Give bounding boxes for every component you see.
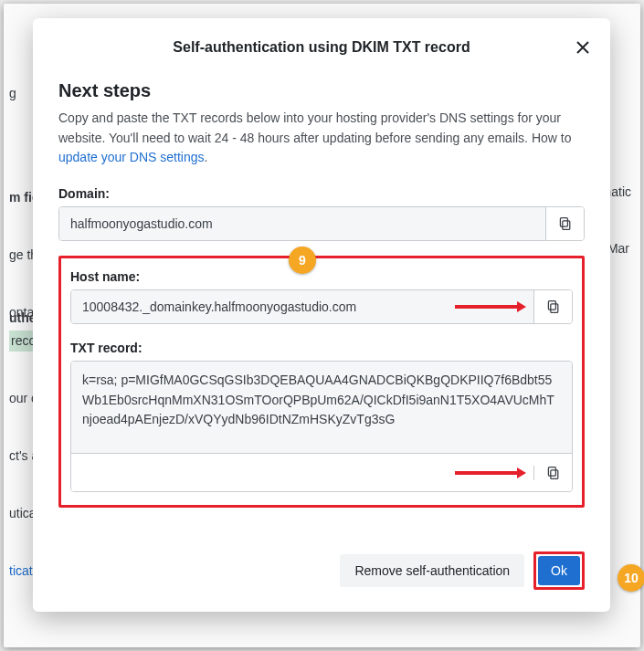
copy-icon [546, 299, 561, 314]
svg-rect-9 [548, 467, 555, 476]
modal-footer: Remove self-authentication Ok [33, 537, 610, 612]
modal-header: Self-authentication using DKIM TXT recor… [33, 18, 610, 77]
dns-settings-link[interactable]: update your DNS settings [58, 150, 205, 164]
arrow-annotation [455, 300, 526, 313]
ok-highlight: Ok [533, 551, 585, 590]
host-label: Host name: [70, 269, 573, 284]
svg-marker-7 [517, 467, 526, 478]
copy-txt-button[interactable] [533, 466, 572, 480]
copy-icon [546, 466, 561, 480]
copy-icon [558, 216, 573, 231]
intro-part2: . [205, 150, 208, 164]
txt-record-wrapper: k=rsa; p=MIGfMA0GCSqGSIb3DQEBAQUAA4GNADC… [70, 361, 573, 492]
copy-host-button[interactable] [533, 290, 572, 323]
svg-rect-4 [550, 304, 557, 313]
step-badge-9: 9 [289, 247, 316, 274]
svg-marker-3 [517, 301, 526, 312]
txt-copy-row [71, 453, 572, 491]
host-txt-highlight: Host name: 10008432._domainkey.halfmoony… [58, 256, 585, 508]
host-row: 10008432._domainkey.halfmoonyogastudio.c… [70, 289, 573, 324]
copy-domain-button[interactable] [545, 207, 584, 240]
ok-button[interactable]: Ok [538, 556, 580, 585]
intro-text: Copy and paste the TXT records below int… [58, 109, 585, 168]
domain-row: halfmoonyogastudio.com [58, 206, 585, 241]
close-button[interactable] [574, 38, 592, 57]
dkim-modal: Self-authentication using DKIM TXT recor… [33, 18, 610, 612]
close-icon [575, 40, 590, 55]
svg-rect-5 [548, 301, 555, 310]
txt-record-value[interactable]: k=rsa; p=MIGfMA0GCSqGSIb3DQEBAQUAA4GNADC… [71, 362, 572, 453]
svg-rect-1 [560, 218, 567, 227]
txt-label: TXT record: [70, 341, 573, 355]
svg-rect-8 [550, 469, 557, 478]
next-steps-heading: Next steps [58, 80, 585, 101]
modal-title: Self-authentication using DKIM TXT recor… [173, 39, 470, 56]
domain-label: Domain: [58, 186, 585, 201]
domain-value[interactable]: halfmoonyogastudio.com [59, 207, 545, 240]
modal-body: Next steps Copy and paste the TXT record… [33, 77, 610, 537]
step-badge-10: 10 [618, 564, 644, 592]
svg-rect-0 [562, 221, 569, 230]
remove-self-auth-button[interactable]: Remove self-authentication [340, 554, 524, 587]
intro-part1: Copy and paste the TXT records below int… [58, 110, 571, 145]
arrow-annotation [455, 467, 526, 479]
